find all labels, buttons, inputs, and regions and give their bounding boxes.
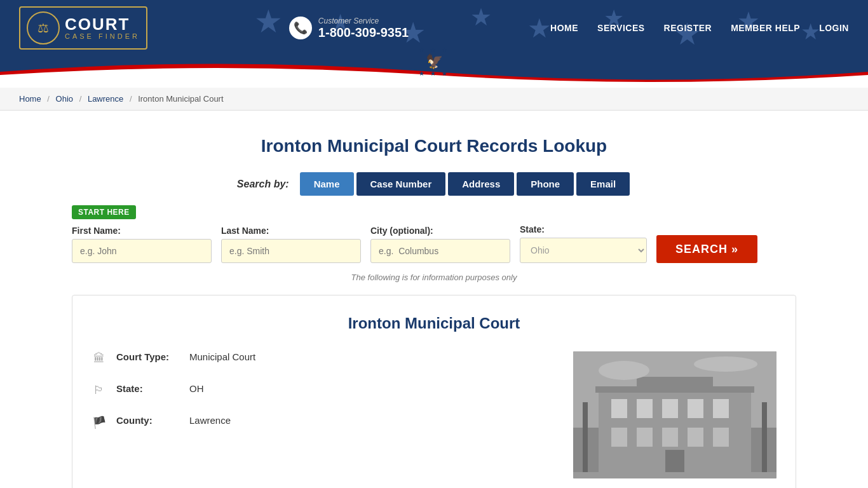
search-button[interactable]: SEARCH » <box>656 235 757 263</box>
breadcrumb-home[interactable]: Home <box>19 94 41 104</box>
header-wave: ★ ★ ★ 🦅 ★ ★ ★ <box>0 56 868 88</box>
nav-register[interactable]: REGISTER <box>664 23 712 33</box>
breadcrumb-sep-3: / <box>130 94 132 104</box>
tab-phone[interactable]: Phone <box>517 172 574 196</box>
first-name-group: First Name: <box>72 226 212 263</box>
breadcrumb-sep-2: / <box>79 94 82 104</box>
court-county-item: 🏴 County: Lawrence <box>92 415 554 431</box>
svg-rect-6 <box>688 399 703 418</box>
nav-home[interactable]: HOME <box>550 23 578 33</box>
phone-icon: 📞 <box>289 17 312 39</box>
logo-text-area: COURT CASE FINDER <box>65 16 140 40</box>
logo-seal: ⚖ <box>27 11 60 44</box>
phone-details: Customer Service 1-800-309-9351 <box>318 17 409 40</box>
court-county-label: County: <box>116 415 180 426</box>
svg-rect-8 <box>611 428 627 447</box>
svg-rect-15 <box>637 377 713 390</box>
court-type-value: Municipal Court <box>189 351 255 362</box>
svg-rect-11 <box>688 428 703 447</box>
tab-email[interactable]: Email <box>576 172 630 196</box>
court-type-item: 🏛 Court Type: Municipal Court <box>92 351 554 367</box>
court-image-area <box>573 351 776 478</box>
breadcrumb-sep-1: / <box>47 94 50 104</box>
logo-case-finder-text: CASE FINDER <box>65 32 140 40</box>
svg-rect-13 <box>665 450 684 472</box>
court-type-label: Court Type: <box>116 351 180 362</box>
first-name-input[interactable] <box>72 239 212 263</box>
svg-rect-18 <box>762 402 767 472</box>
search-form-row: First Name: Last Name: City (optional): … <box>72 224 796 263</box>
last-name-label: Last Name: <box>221 226 361 236</box>
city-label: City (optional): <box>370 226 510 236</box>
tab-case-number[interactable]: Case Number <box>356 172 446 196</box>
first-name-label: First Name: <box>72 226 212 236</box>
start-here-badge: START HERE <box>72 205 136 219</box>
tab-name[interactable]: Name <box>300 172 354 196</box>
court-type-icon: 🏛 <box>92 352 107 367</box>
breadcrumb-lawrence[interactable]: Lawrence <box>88 94 123 104</box>
svg-rect-4 <box>637 399 653 418</box>
state-group: State: AlabamaAlaskaArizonaArkansas Cali… <box>520 224 647 263</box>
svg-rect-7 <box>713 399 729 418</box>
court-building-image <box>573 351 776 478</box>
svg-rect-12 <box>713 428 729 447</box>
phone-number: 1-800-309-9351 <box>318 25 409 40</box>
tab-address[interactable]: Address <box>448 172 514 196</box>
court-info-list: 🏛 Court Type: Municipal Court 🏳 State: O… <box>92 351 554 447</box>
search-by-label: Search by: <box>237 179 289 190</box>
page-title: Ironton Municipal Court Records Lookup <box>72 136 796 156</box>
phone-label: Customer Service <box>318 17 409 25</box>
eagle-stars-bottom: ★ ★ ★ <box>419 70 449 77</box>
svg-rect-17 <box>583 402 588 472</box>
svg-rect-16 <box>573 472 776 478</box>
court-state-icon: 🏳 <box>92 384 107 399</box>
court-state-item: 🏳 State: OH <box>92 383 554 399</box>
nav-login[interactable]: LOGIN <box>819 23 849 33</box>
form-area: START HERE First Name: Last Name: City (… <box>72 205 796 263</box>
state-select[interactable]: AlabamaAlaskaArizonaArkansas CaliforniaC… <box>520 238 647 263</box>
breadcrumb-current: Ironton Municipal Court <box>138 94 223 104</box>
last-name-group: Last Name: <box>221 226 361 263</box>
search-by-row: Search by: Name Case Number Address Phon… <box>72 172 796 196</box>
state-label: State: <box>520 224 647 234</box>
nav-member-help[interactable]: MEMBER HELP <box>731 23 800 33</box>
last-name-input[interactable] <box>221 239 361 263</box>
breadcrumb: Home / Ohio / Lawrence / Ironton Municip… <box>0 88 868 111</box>
svg-rect-9 <box>637 428 653 447</box>
court-state-label: State: <box>116 383 180 394</box>
court-details-row: 🏛 Court Type: Municipal Court 🏳 State: O… <box>92 351 776 478</box>
site-header: ★ ★ ★ ★ ★ ★ ★ ★ ★ ⚖ COURT CASE FINDER 📞 <box>0 0 868 88</box>
svg-rect-5 <box>662 399 678 418</box>
court-card: Ironton Municipal Court 🏛 Court Type: Mu… <box>72 295 796 488</box>
logo-area: ⚖ COURT CASE FINDER <box>19 6 147 50</box>
city-group: City (optional): <box>370 226 510 263</box>
building-svg <box>573 351 776 478</box>
city-input[interactable] <box>370 239 510 263</box>
logo-box: ⚖ COURT CASE FINDER <box>19 6 147 50</box>
court-county-icon: 🏴 <box>92 416 107 431</box>
court-card-title: Ironton Municipal Court <box>92 315 776 332</box>
info-note: The following is for information purpose… <box>72 273 796 282</box>
logo-court-text: COURT <box>65 16 140 32</box>
court-state-value: OH <box>189 383 204 394</box>
header-inner: ⚖ COURT CASE FINDER 📞 Customer Service 1… <box>0 0 868 56</box>
nav-services[interactable]: SERVICES <box>597 23 645 33</box>
svg-rect-10 <box>662 428 678 447</box>
phone-area: 📞 Customer Service 1-800-309-9351 <box>289 17 409 40</box>
main-nav: HOME SERVICES REGISTER MEMBER HELP LOGIN <box>550 23 849 33</box>
main-content: Ironton Municipal Court Records Lookup S… <box>53 111 815 488</box>
breadcrumb-ohio[interactable]: Ohio <box>56 94 73 104</box>
svg-rect-3 <box>611 399 627 418</box>
svg-point-20 <box>694 356 757 372</box>
seal-icon: ⚖ <box>37 20 49 36</box>
svg-point-19 <box>599 361 649 380</box>
court-county-value: Lawrence <box>189 415 231 426</box>
